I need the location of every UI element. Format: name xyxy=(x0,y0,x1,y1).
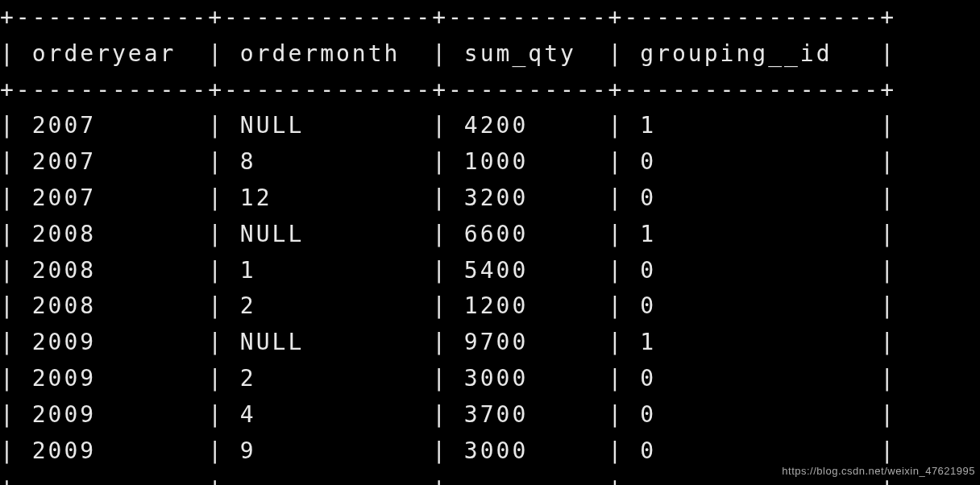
table-row: | 2008 | NULL | 6600 | 1 | xyxy=(0,221,896,247)
table-border-mid: +------------+-------------+----------+-… xyxy=(0,77,896,103)
table-row: | 2009 | 9 | 3000 | 0 | xyxy=(0,437,896,464)
table-row: | 2007 | 12 | 3200 | 0 | xyxy=(0,184,896,211)
table-row: | 2009 | 4 | 3700 | 0 | xyxy=(0,401,896,428)
watermark-text: https://blog.csdn.net/weixin_47621995 xyxy=(782,463,975,480)
table-header-row: | orderyear | ordermonth | sum_qty | gro… xyxy=(0,40,896,67)
table-row: | 2009 | 2 | 3000 | 0 | xyxy=(0,365,896,392)
table-row: | 2007 | NULL | 4200 | 1 | xyxy=(0,112,896,139)
table-row: | 2007 | 8 | 1000 | 0 | xyxy=(0,148,896,175)
table-row: | 2009 | NULL | 9700 | 1 | xyxy=(0,329,896,355)
table-row: | 2008 | 2 | 1200 | 0 | xyxy=(0,292,896,319)
table-border-top: +------------+-------------+----------+-… xyxy=(0,4,896,31)
sql-result-table: +------------+-------------+----------+-… xyxy=(0,0,980,485)
table-row: | 2008 | 1 | 5400 | 0 | xyxy=(0,257,896,284)
table-border-bottom: +------------+-------------+----------+-… xyxy=(0,473,896,485)
